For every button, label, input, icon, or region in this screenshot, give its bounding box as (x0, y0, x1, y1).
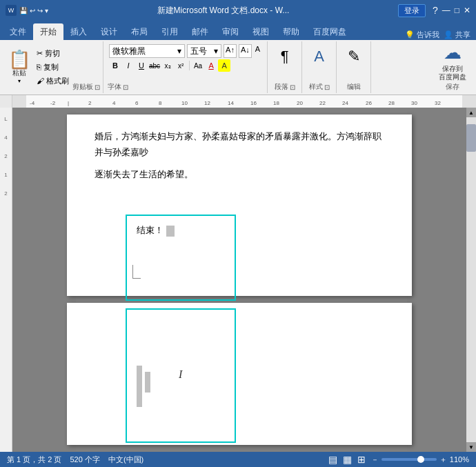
cut-button[interactable]: ✂ 剪切 (34, 47, 71, 60)
bold-button[interactable]: B (109, 59, 121, 72)
quick-access-toolbar: 💾 ↩ ↪ ▾ (19, 7, 48, 14)
copy-button[interactable]: ⎘ 复制 (34, 61, 71, 74)
editing-label: 编辑 (347, 81, 361, 92)
zoom-slider[interactable] (381, 458, 437, 461)
tab-view[interactable]: 视图 (246, 23, 276, 40)
save-to-baidu-group: ☁ 保存到百度网盘 保存 (432, 41, 473, 93)
v-ruler-1: 1 (0, 172, 12, 178)
title-bar-left: W 💾 ↩ ↪ ▾ (6, 5, 48, 16)
paste-dropdown-icon[interactable]: ▾ (18, 78, 21, 84)
tab-mailings[interactable]: 邮件 (185, 23, 215, 40)
save-to-baidu-button[interactable]: ☁ 保存到百度网盘 (436, 43, 469, 81)
vertical-scrollbar[interactable]: ▲ ▼ (466, 108, 476, 452)
italic-button[interactable]: I (122, 59, 135, 72)
scroll-down-button[interactable]: ▼ (466, 442, 476, 452)
superscript-button[interactable]: x² (175, 59, 187, 72)
scroll-up-button[interactable]: ▲ (466, 108, 476, 117)
font-group: 微软雅黑 ▾ 五号 ▾ A↑ A↓ A B I U abc x₂ x² Aa (103, 41, 268, 93)
paragraph-label: 段落 ⊡ (275, 81, 295, 92)
save-quick-btn[interactable]: 💾 (19, 7, 28, 14)
tab-layout[interactable]: 布局 (124, 23, 155, 40)
styles-expand-icon[interactable]: ⊡ (324, 83, 330, 91)
end-text: 结束！ (137, 225, 163, 235)
selection-box-page2: I (126, 308, 236, 443)
restore-icon[interactable]: □ (455, 6, 459, 15)
tab-file[interactable]: 文件 (3, 23, 33, 40)
tab-home[interactable]: 开始 (33, 23, 63, 40)
text-highlight-1 (166, 226, 175, 237)
tab-references[interactable]: 引用 (155, 23, 185, 40)
para-expand-icon[interactable]: ⊡ (290, 83, 295, 91)
login-button[interactable]: 登录 (398, 4, 426, 17)
vertical-ruler: L 4 2 1 2 (0, 108, 12, 452)
close-icon[interactable]: ✕ (464, 6, 470, 15)
font-shrink-button[interactable]: A↓ (239, 44, 252, 58)
styles-button[interactable]: A (310, 43, 329, 70)
case-button[interactable]: Aa (192, 59, 204, 72)
help-icon[interactable]: ? (433, 5, 438, 16)
redo-quick-btn[interactable]: ↪ (37, 7, 43, 14)
view-web-btn[interactable]: ▦ (343, 454, 352, 465)
strikethrough-button[interactable]: abc (148, 59, 161, 72)
v-ruler-4: 4 (0, 135, 12, 141)
word-count: 520 个字 (70, 455, 99, 465)
view-read-btn[interactable]: ⊞ (357, 454, 366, 465)
zoom-thumb[interactable] (417, 456, 424, 463)
font-name-dropdown-icon[interactable]: ▾ (177, 46, 181, 56)
horizontal-ruler: -4 -2 | 2 4 6 8 10 12 14 16 18 20 22 24 … (12, 95, 476, 108)
scrollbar-thumb[interactable] (466, 124, 476, 152)
paragraph-button[interactable]: ¶ (275, 43, 295, 70)
subscript-button[interactable]: x₂ (161, 59, 174, 72)
ruler-num-24: 24 (342, 100, 348, 106)
ruler-num-10: 10 (181, 100, 188, 106)
highlight-button[interactable]: A (218, 59, 230, 72)
paragraph-text-2: 逐渐失去了生活的希望。 (95, 169, 193, 179)
ruler-num-8: 8 (159, 100, 161, 106)
font-color-button[interactable]: A (205, 59, 217, 72)
ruler-num-30: 30 (411, 100, 417, 106)
clipboard-expand-icon[interactable]: ⊡ (95, 83, 100, 91)
font-expand-icon[interactable]: ⊡ (123, 83, 128, 91)
format-divider (189, 61, 190, 70)
scrollbar-track[interactable] (466, 117, 476, 442)
clipboard-group: 📋 粘贴 ▾ ✂ 剪切 ⎘ 复制 🖌 格式刷 剪贴板 ⊡ (3, 41, 103, 93)
font-grow-button[interactable]: A↑ (224, 44, 237, 58)
zoom-in-btn[interactable]: ＋ (439, 455, 447, 465)
font-size-dropdown-icon[interactable]: ▾ (214, 46, 218, 56)
tab-review[interactable]: 审阅 (215, 23, 246, 40)
tab-help[interactable]: 帮助 (276, 23, 306, 40)
font-size-selector[interactable]: 五号 ▾ (187, 44, 221, 58)
paragraph-text-1: 婚后，方鸿渐夫妇与方家、孙柔嘉姑母家的矛盾暴露并激化。方鸿渐辞职并与孙柔嘉吵 (95, 131, 381, 157)
word-icon: W (6, 5, 17, 16)
share-btn[interactable]: 👤 共享 (444, 30, 470, 40)
tab-design[interactable]: 设计 (94, 23, 124, 40)
ruler-num-neg4: -4 (30, 100, 34, 106)
baidu-save-icon: ☁ (444, 42, 462, 63)
title-bar: W 💾 ↩ ↪ ▾ 新建Microsoft Word 文档.docx - W..… (0, 0, 476, 21)
ruler-num-4: 4 (112, 100, 115, 106)
view-print-btn[interactable]: ▤ (328, 454, 337, 465)
editing-button[interactable]: ✎ (344, 43, 364, 70)
ruler-corner[interactable] (0, 95, 12, 108)
font-name-selector[interactable]: 微软雅黑 ▾ (109, 44, 185, 58)
status-right: ▤ ▦ ⊞ － ＋ 110% (328, 454, 469, 465)
ruler-num-0: | (68, 100, 69, 106)
document-scroll-area[interactable]: 婚后，方鸿渐夫妇与方家、孙柔嘉姑母家的矛盾暴露并激化。方鸿渐辞职并与孙柔嘉吵 逐… (12, 108, 466, 452)
font-controls: 微软雅黑 ▾ 五号 ▾ A↑ A↓ A B I U abc x₂ x² Aa (108, 43, 263, 73)
zoom-out-btn[interactable]: － (371, 455, 379, 465)
minimize-icon[interactable]: — (442, 6, 450, 15)
underline-button[interactable]: U (135, 59, 148, 72)
format-painter-button[interactable]: 🖌 格式刷 (34, 74, 71, 88)
paste-button[interactable]: 📋 粘贴 ▾ (6, 43, 33, 92)
tab-baidu[interactable]: 百度网盘 (306, 23, 353, 40)
page-text-2: 逐渐失去了生活的希望。 (95, 166, 384, 182)
format-buttons-row: B I U abc x₂ x² Aa A A (109, 59, 261, 72)
tell-me-btn[interactable]: 💡 告诉我 (405, 30, 439, 40)
clear-format-button[interactable]: A (254, 44, 261, 58)
styles-group: A 样式 ⊡ (302, 41, 337, 93)
tab-insert[interactable]: 插入 (63, 23, 94, 40)
styles-icon: A (314, 48, 324, 66)
v-ruler-l: L (0, 116, 12, 122)
font-group-label: 字体 ⊡ (108, 81, 128, 92)
undo-quick-btn[interactable]: ↩ (30, 7, 35, 14)
